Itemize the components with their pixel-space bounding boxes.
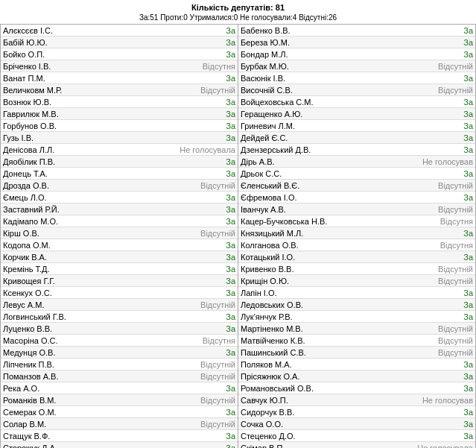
table-row: Донець Т.А.За bbox=[1, 168, 238, 180]
deputy-vote: За bbox=[183, 265, 235, 274]
table-row: Сочка О.О.За bbox=[238, 418, 475, 430]
deputy-name: Стеценко Д.О. bbox=[241, 432, 421, 441]
deputy-name: Дрьок С.С. bbox=[241, 169, 421, 178]
deputy-vote: За bbox=[421, 169, 473, 178]
deputy-name: Кодопа О.М. bbox=[3, 241, 183, 250]
deputy-vote: За bbox=[421, 133, 473, 142]
table-row: Кацер-Бучковська Н.В.Відсутня bbox=[238, 215, 475, 227]
deputy-vote: За bbox=[183, 38, 235, 47]
deputy-vote: За bbox=[421, 50, 473, 59]
deputy-name: Логвинський Г.В. bbox=[3, 312, 183, 321]
deputy-vote: Відсутній bbox=[183, 396, 235, 405]
right-column: Бабенко В.В.ЗаБереза Ю.М.ЗаБондар М.Л.За… bbox=[238, 25, 475, 448]
table-row: Алєксєєв І.С.За bbox=[1, 25, 238, 37]
table-row: Бабенко В.В.За bbox=[238, 25, 475, 37]
deputy-name: Сидорчук В.В. bbox=[241, 408, 421, 417]
table-row: Масоріна О.С.Відсутня bbox=[1, 335, 238, 347]
deputy-name: Солар В.М. bbox=[3, 420, 183, 429]
deputy-vote: Відсутній bbox=[421, 277, 473, 285]
deputy-name: Денісова Л.Л. bbox=[3, 145, 180, 154]
table-row: Величковм М.Р.Відсутній bbox=[1, 84, 238, 96]
deputy-name: Колганова О.В. bbox=[241, 241, 421, 250]
deputy-vote: Відсутній bbox=[421, 62, 473, 71]
deputy-name: Бабій Ю.Ю. bbox=[3, 38, 183, 47]
deputy-name: Вознюк Ю.В. bbox=[3, 98, 183, 107]
table-row: Ліпченик П.В.Відсутній bbox=[1, 359, 238, 370]
deputy-name: Прісяжнюк О.А. bbox=[241, 372, 421, 381]
votes-table: Алєксєєв І.С.ЗаБабій Ю.Ю.ЗаБойко О.П.ЗаБ… bbox=[0, 24, 476, 448]
deputy-name: Кривенко В.В. bbox=[241, 265, 421, 274]
deputy-vote: Відсутній bbox=[421, 265, 473, 274]
table-row: Семерак О.М.За bbox=[1, 406, 238, 418]
deputy-name: Дзензерський Д.В. bbox=[241, 145, 421, 154]
table-row: Дрозда О.В.Відсутній bbox=[1, 180, 238, 192]
deputy-vote: За bbox=[183, 324, 235, 333]
deputy-name: Ксенкух О.С. bbox=[3, 288, 183, 297]
deputy-vote: Відсутній bbox=[421, 86, 473, 95]
deputy-vote: За bbox=[183, 110, 235, 119]
table-row: Кремінь Т.Д.За bbox=[1, 263, 238, 275]
table-row: Романовський О.В.За bbox=[238, 382, 475, 394]
deputy-name: Гриневич Л.М. bbox=[241, 122, 421, 130]
deputy-name: Скімар В.П. bbox=[241, 444, 417, 449]
deputy-name: Масоріна О.С. bbox=[3, 336, 183, 345]
deputy-name: Дяобілик П.В. bbox=[3, 157, 183, 166]
deputy-vote: За bbox=[183, 432, 235, 441]
deputy-name: Бондар М.Л. bbox=[241, 50, 421, 59]
deputy-name: Кадімапо М.О. bbox=[3, 217, 183, 226]
deputy-vote: Відсутній bbox=[183, 229, 235, 238]
deputy-name: Мартіненко М.В. bbox=[241, 324, 421, 333]
deputy-vote: За bbox=[183, 50, 235, 59]
table-row: Романків В.М.Відсутній bbox=[1, 394, 238, 406]
table-row: Височній С.В.Відсутній bbox=[238, 84, 475, 96]
table-row: Медунця О.В.За bbox=[1, 347, 238, 359]
deputy-name: Пашинський С.В. bbox=[241, 348, 421, 357]
deputy-vote: За bbox=[421, 193, 473, 202]
deputy-name: Гаврилюк М.В. bbox=[3, 110, 183, 119]
deputy-name: Ліпченик П.В. bbox=[3, 360, 183, 369]
deputy-vote: За bbox=[183, 241, 235, 250]
deputy-vote: За bbox=[183, 277, 235, 285]
deputy-vote: Відсутній bbox=[421, 336, 473, 345]
deputy-vote: За bbox=[183, 253, 235, 262]
table-row: Вознюк Ю.В.За bbox=[1, 96, 238, 108]
table-row: Бойко О.П.За bbox=[1, 48, 238, 60]
deputy-vote: За bbox=[421, 26, 473, 35]
deputy-name: Дірь А.В. bbox=[241, 157, 421, 166]
deputy-name: Кірш О.В. bbox=[3, 229, 183, 238]
table-row: Солар В.М.Відсутній bbox=[1, 418, 238, 430]
deputy-vote: За bbox=[183, 217, 235, 226]
table-row: Ємець Л.О.За bbox=[1, 192, 238, 204]
table-row: Ксенкух О.С.За bbox=[1, 287, 238, 299]
table-row: Бріченко І.В.Відсутня bbox=[1, 60, 238, 72]
deputy-vote: Не голосувала bbox=[180, 145, 235, 154]
table-row: Левус А.М.Відсутній bbox=[1, 299, 238, 311]
table-row: Ледовських О.В.За bbox=[238, 299, 475, 311]
deputy-vote: Відсутній bbox=[183, 420, 235, 429]
deputy-name: Бурбак М.Ю. bbox=[241, 62, 421, 71]
deputy-name: Стащук В.Ф. bbox=[3, 432, 183, 441]
deputy-name: Сочка О.О. bbox=[241, 420, 421, 429]
deputy-name: Войцеховська С.М. bbox=[241, 98, 421, 107]
table-row: Геращенко А.Ю.За bbox=[238, 108, 475, 120]
deputy-vote: За bbox=[421, 300, 473, 309]
table-row: Гаврилюк М.В.За bbox=[1, 108, 238, 120]
deputy-vote: За bbox=[421, 38, 473, 47]
table-row: Дрьок С.С.За bbox=[238, 168, 475, 180]
table-row: Кірш О.В.Відсутній bbox=[1, 227, 238, 239]
deputy-vote: За bbox=[421, 360, 473, 369]
deputy-name: Лук'янчук Р.В. bbox=[241, 312, 421, 321]
deputy-vote: За bbox=[421, 74, 473, 83]
deputy-name: Медунця О.В. bbox=[3, 348, 183, 357]
deputy-name: Романків В.М. bbox=[3, 396, 183, 405]
deputy-name: Савчук Ю.П. bbox=[241, 396, 421, 405]
deputy-name: Семерак О.М. bbox=[3, 408, 183, 417]
table-row: Лапін І.О.За bbox=[238, 287, 475, 299]
deputy-name: Романовський О.В. bbox=[241, 384, 421, 393]
deputy-vote: Відсутня bbox=[183, 62, 235, 71]
deputy-name: Кацер-Бучковська Н.В. bbox=[241, 217, 421, 226]
deputy-name: Єленський В.Є. bbox=[241, 181, 421, 190]
deputy-vote: За bbox=[183, 288, 235, 297]
deputy-name: Бріченко І.В. bbox=[3, 62, 183, 71]
deputy-vote: За bbox=[183, 205, 235, 214]
